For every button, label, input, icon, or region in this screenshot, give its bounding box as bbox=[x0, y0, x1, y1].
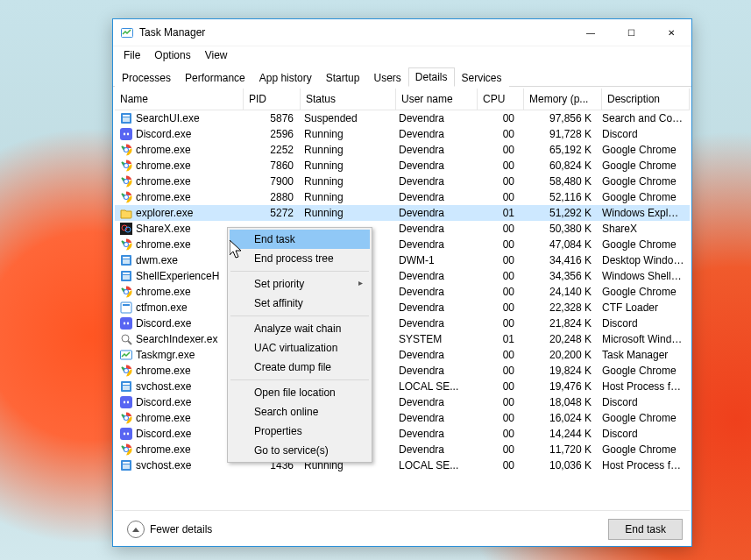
context-menu-uac-virtualization[interactable]: UAC virtualization bbox=[230, 338, 370, 358]
svg-point-5 bbox=[124, 133, 125, 136]
tab-app-history[interactable]: App history bbox=[252, 68, 319, 87]
table-row[interactable]: Discord.exeDevendra0014,244 KDiscord bbox=[115, 426, 690, 442]
svg-point-56 bbox=[127, 433, 129, 436]
memory-cell: 52,116 K bbox=[520, 191, 597, 203]
svg-rect-36 bbox=[120, 317, 132, 330]
fewer-details-button[interactable]: Fewer details bbox=[122, 518, 217, 541]
process-name-cell: dwm.exe bbox=[115, 254, 243, 266]
tab-users[interactable]: Users bbox=[366, 68, 407, 87]
col-user[interactable]: User name bbox=[396, 89, 478, 110]
tab-startup[interactable]: Startup bbox=[319, 68, 367, 87]
table-row[interactable]: chrome.exeDevendra0024,140 KGoogle Chrom… bbox=[115, 284, 690, 300]
cpu-cell: 00 bbox=[474, 144, 520, 156]
table-row[interactable]: ShareX.exeDevendra0050,380 KShareX bbox=[115, 221, 690, 237]
chrome-icon bbox=[120, 238, 132, 251]
description-cell: Discord bbox=[597, 396, 690, 408]
process-name-cell: chrome.exe bbox=[115, 175, 243, 188]
memory-cell: 58,480 K bbox=[520, 175, 597, 188]
table-row[interactable]: chrome.exe7900RunningDevendra0058,480 KG… bbox=[115, 174, 690, 189]
table-row[interactable]: explorer.exe5272RunningDevendra0151,292 … bbox=[115, 205, 690, 221]
titlebar[interactable]: Task Manager — ☐ ✕ bbox=[113, 19, 691, 46]
menu-options[interactable]: Options bbox=[147, 47, 197, 63]
process-name-cell: svchost.exe bbox=[115, 459, 243, 471]
app-blue-icon bbox=[120, 270, 132, 282]
table-row[interactable]: chrome.exe2880RunningDevendra0052,116 KG… bbox=[115, 189, 690, 205]
context-menu-create-dump-file[interactable]: Create dump file bbox=[230, 358, 370, 377]
col-desc[interactable]: Description bbox=[602, 89, 690, 110]
user-cell: Devendra bbox=[393, 223, 474, 235]
col-name[interactable]: Name bbox=[115, 89, 244, 110]
table-row[interactable]: Discord.exe2596RunningDevendra0091,728 K… bbox=[115, 126, 690, 142]
minimize-button[interactable]: — bbox=[570, 19, 611, 46]
table-row[interactable]: svchost.exeLOCAL SE...0019,476 KHost Pro… bbox=[115, 379, 690, 394]
context-menu-set-priority[interactable]: Set priority bbox=[230, 274, 370, 294]
cpu-cell: 00 bbox=[474, 443, 520, 456]
table-row[interactable]: ctfmon.exeDevendra0022,328 KCTF Loader bbox=[115, 300, 690, 315]
table-body[interactable]: SearchUI.exe5876SuspendedDevendra0097,85… bbox=[115, 110, 690, 510]
maximize-button[interactable]: ☐ bbox=[611, 19, 651, 46]
end-task-button[interactable]: End task bbox=[608, 519, 683, 540]
context-menu-end-task[interactable]: End task bbox=[230, 230, 370, 249]
cpu-cell: 00 bbox=[474, 428, 520, 440]
table-row[interactable]: ShellExperienceHDevendra0034,356 KWindow… bbox=[115, 268, 690, 284]
table-row[interactable]: SearchIndexer.exSYSTEM0120,248 KMicrosof… bbox=[115, 331, 690, 347]
tab-details[interactable]: Details bbox=[408, 67, 455, 87]
description-cell: Google Chrome bbox=[597, 412, 690, 424]
description-cell: Google Chrome bbox=[597, 159, 690, 172]
menu-file[interactable]: File bbox=[117, 47, 147, 63]
svg-point-12 bbox=[124, 164, 128, 167]
memory-cell: 51,292 K bbox=[520, 207, 597, 219]
cpu-cell: 00 bbox=[474, 412, 520, 424]
discord-icon bbox=[120, 396, 132, 408]
menu-view[interactable]: View bbox=[198, 47, 235, 63]
col-mem[interactable]: Memory (p... bbox=[524, 89, 602, 110]
status-cell: Running bbox=[299, 175, 393, 188]
table-row[interactable]: dwm.exeDWM-10034,416 KDesktop Window Man… bbox=[115, 252, 690, 268]
user-cell: Devendra bbox=[393, 175, 474, 188]
process-name-cell: chrome.exe bbox=[115, 191, 243, 203]
cpu-cell: 00 bbox=[474, 349, 520, 361]
memory-cell: 14,244 K bbox=[520, 428, 597, 440]
table-row[interactable]: Discord.exeDevendra0018,048 KDiscord bbox=[115, 394, 690, 410]
tab-performance[interactable]: Performance bbox=[178, 68, 252, 87]
context-menu-properties[interactable]: Properties bbox=[230, 422, 370, 441]
table-row[interactable]: Taskmgr.exeDevendra0020,200 KTask Manage… bbox=[115, 347, 690, 363]
description-cell: Discord bbox=[597, 128, 690, 140]
context-menu[interactable]: End taskEnd process treeSet prioritySet … bbox=[227, 227, 372, 463]
process-name-cell: explorer.exe bbox=[115, 207, 243, 219]
table-row[interactable]: chrome.exeDevendra0019,824 KGoogle Chrom… bbox=[115, 363, 690, 379]
close-button[interactable]: ✕ bbox=[651, 19, 691, 46]
context-menu-search-online[interactable]: Search online bbox=[230, 402, 370, 422]
table-row[interactable]: chrome.exeDevendra0016,024 KGoogle Chrom… bbox=[115, 410, 690, 426]
col-pid[interactable]: PID bbox=[244, 89, 301, 110]
discord-icon bbox=[120, 128, 132, 140]
table-row[interactable]: chrome.exeDevendra0047,084 KGoogle Chrom… bbox=[115, 237, 690, 252]
context-menu-end-process-tree[interactable]: End process tree bbox=[230, 249, 370, 268]
table-row[interactable]: Discord.exeDevendra0021,824 KDiscord bbox=[115, 315, 690, 331]
context-menu-analyze-wait-chain[interactable]: Analyze wait chain bbox=[230, 319, 370, 338]
table-row[interactable]: chrome.exe2252RunningDevendra0065,192 KG… bbox=[115, 142, 690, 158]
context-menu-set-affinity[interactable]: Set affinity bbox=[230, 294, 370, 313]
context-menu-go-to-service-s[interactable]: Go to service(s) bbox=[230, 441, 370, 460]
svg-point-15 bbox=[124, 180, 128, 183]
col-cpu[interactable]: CPU bbox=[478, 89, 524, 110]
pid-cell: 2596 bbox=[243, 128, 299, 140]
memory-cell: 50,380 K bbox=[520, 223, 597, 235]
process-name-cell: Discord.exe bbox=[115, 428, 243, 440]
col-status[interactable]: Status bbox=[301, 89, 396, 110]
tab-services[interactable]: Services bbox=[455, 68, 509, 87]
context-menu-open-file-location[interactable]: Open file location bbox=[230, 383, 370, 402]
memory-cell: 34,356 K bbox=[520, 270, 597, 282]
process-name-cell: ctfmon.exe bbox=[115, 301, 243, 314]
table-row[interactable]: chrome.exe7876RunningDevendra0011,720 KG… bbox=[115, 442, 690, 457]
table-row[interactable]: chrome.exe7860RunningDevendra0060,824 KG… bbox=[115, 158, 690, 174]
app-blue-icon bbox=[120, 380, 132, 393]
svg-rect-48 bbox=[120, 396, 132, 408]
description-cell: Google Chrome bbox=[597, 175, 690, 188]
svg-rect-34 bbox=[121, 302, 131, 313]
table-row[interactable]: svchost.exe1436RunningLOCAL SE...0010,03… bbox=[115, 457, 690, 473]
svg-point-44 bbox=[124, 369, 128, 372]
tab-processes[interactable]: Processes bbox=[115, 68, 178, 87]
cpu-cell: 00 bbox=[474, 238, 520, 251]
table-row[interactable]: SearchUI.exe5876SuspendedDevendra0097,85… bbox=[115, 110, 690, 126]
